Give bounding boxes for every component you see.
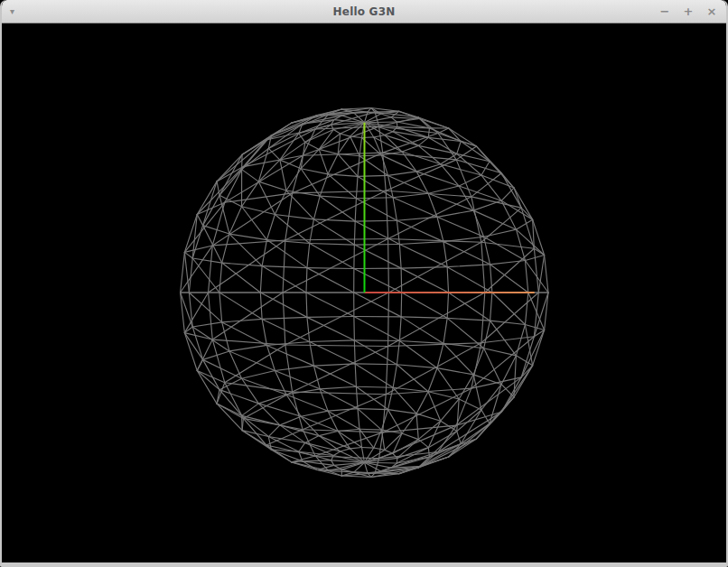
maximize-button[interactable]: + (683, 5, 694, 17)
close-button[interactable]: × (706, 5, 717, 17)
app-window: ▾ Hello G3N − + × (0, 0, 728, 567)
window-controls: − + × (659, 0, 717, 23)
minimize-button[interactable]: − (659, 5, 670, 17)
3d-viewport[interactable] (2, 23, 726, 562)
window-title: Hello G3N (2, 5, 726, 18)
gl-canvas[interactable] (2, 23, 726, 562)
window-titlebar[interactable]: ▾ Hello G3N − + × (2, 0, 726, 23)
